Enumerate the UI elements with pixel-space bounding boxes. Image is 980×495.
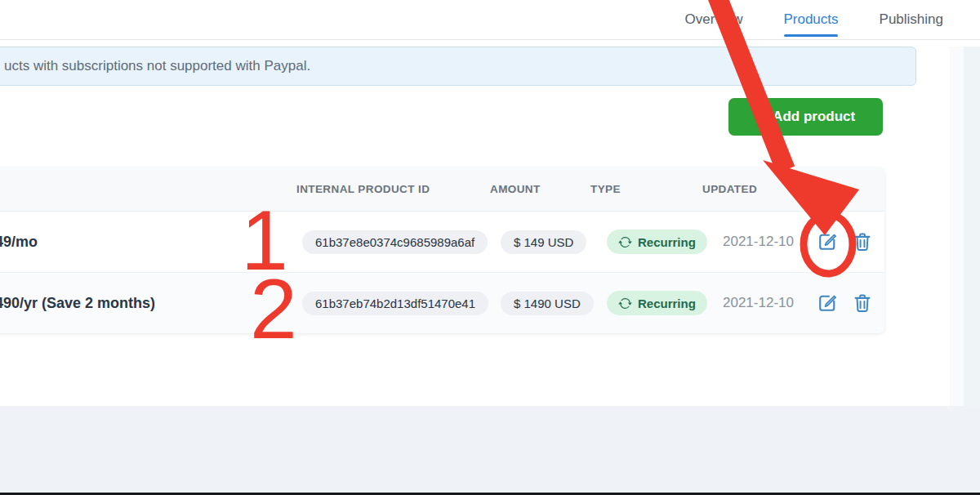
table-row: 490/yr (Save 2 months) 61b37eb74b2d13df5…: [0, 272, 884, 333]
product-id-pill: 61b37eb74b2d13df51470e41: [302, 292, 488, 315]
recurring-icon: [618, 235, 632, 249]
add-product-label: Add product: [773, 109, 855, 125]
tab-publishing[interactable]: Publishing: [880, 0, 943, 39]
plus-icon: +: [756, 106, 766, 126]
delete-button[interactable]: [852, 292, 873, 314]
table-header-row: INTERNAL PRODUCT ID AMOUNT TYPE UPDATED: [0, 167, 884, 212]
tab-products[interactable]: Products: [783, 0, 838, 39]
edit-button[interactable]: [817, 231, 838, 252]
tab-overview[interactable]: Overview: [685, 0, 743, 39]
table-row: 49/mo 61b37e8e0374c9685989a6af $ 149 USD…: [0, 212, 884, 272]
scrollbar-track[interactable]: [950, 47, 964, 406]
recurring-label: Recurring: [638, 235, 696, 249]
amount-pill: $ 1490 USD: [501, 292, 594, 315]
header-updated: UPDATED: [701, 183, 808, 195]
top-navigation: Overview Products Publishing: [0, 0, 980, 40]
edit-icon: [817, 292, 838, 314]
header-amount: AMOUNT: [488, 183, 588, 195]
edit-button[interactable]: [817, 292, 838, 314]
product-name: 49/mo: [0, 234, 292, 251]
recurring-badge: Recurring: [607, 230, 707, 254]
updated-date: 2021-12-10: [701, 295, 808, 311]
footer-background: [0, 406, 980, 495]
trash-icon: [852, 231, 873, 252]
recurring-badge: Recurring: [607, 291, 707, 315]
tab-bar: Overview Products Publishing: [685, 0, 943, 39]
page-edge-background: [964, 47, 980, 406]
delete-button[interactable]: [852, 231, 873, 252]
edit-icon: [817, 231, 838, 252]
recurring-icon: [618, 297, 632, 310]
banner-text: ucts with subscriptions not supported wi…: [4, 58, 310, 74]
header-internal-product-id: INTERNAL PRODUCT ID: [292, 183, 488, 195]
paypal-warning-banner: ucts with subscriptions not supported wi…: [0, 47, 916, 86]
add-product-button[interactable]: + Add product: [728, 98, 883, 136]
products-table: INTERNAL PRODUCT ID AMOUNT TYPE UPDATED …: [0, 167, 884, 333]
recurring-label: Recurring: [638, 297, 696, 310]
updated-date: 2021-12-10: [701, 234, 808, 250]
product-id-pill: 61b37e8e0374c9685989a6af: [302, 230, 488, 254]
amount-pill: $ 149 USD: [501, 230, 586, 254]
product-name: 490/yr (Save 2 months): [0, 295, 292, 312]
trash-icon: [852, 292, 873, 314]
header-type: TYPE: [588, 183, 701, 195]
